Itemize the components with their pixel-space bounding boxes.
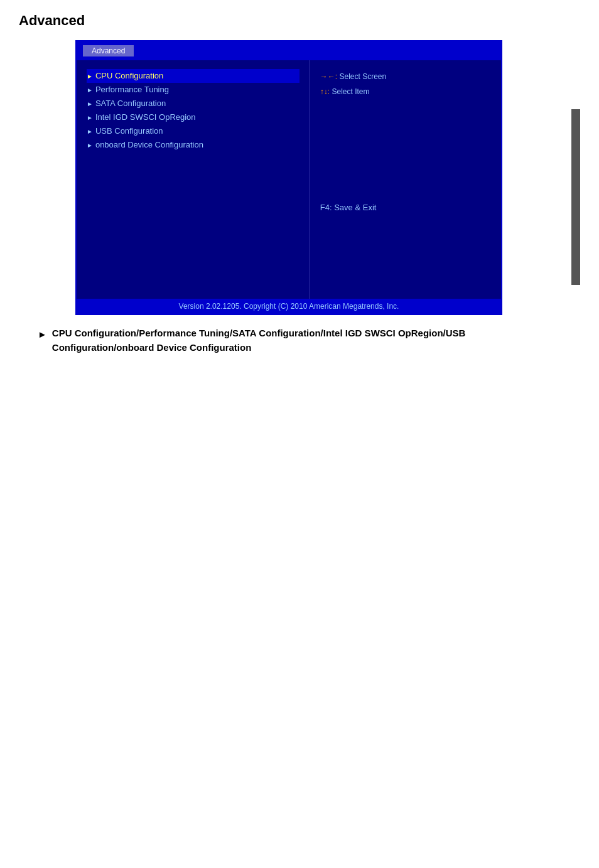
bios-menu-item-5[interactable]: ►onboard Device Configuration	[87, 138, 300, 152]
hint-line-0: →←: Select Screen	[320, 69, 491, 84]
bios-menu-item-3[interactable]: ►Intel IGD SWSCI OpRegion	[87, 110, 300, 124]
hint-value-1: Select Item	[332, 87, 369, 96]
hint-value-0: Select Screen	[339, 72, 386, 81]
bios-menu-item-1[interactable]: ►Performance Tuning	[87, 83, 300, 97]
bios-header: Advanced	[77, 41, 501, 60]
bios-left-panel: ►CPU Configuration►Performance Tuning►SA…	[77, 60, 310, 299]
menu-arrow-icon: ►	[87, 140, 93, 151]
menu-item-label: USB Configuration	[95, 124, 163, 138]
bios-right-panel: →←: Select Screen↑↓: Select Item F4: Sav…	[310, 60, 501, 299]
menu-item-label: SATA Configuration	[95, 97, 166, 110]
menu-item-label: onboard Device Configuration	[95, 138, 203, 152]
menu-arrow-icon: ►	[87, 85, 93, 95]
bios-header-tab: Advanced	[83, 45, 134, 56]
page-title: Advanced	[19, 13, 580, 29]
hint-line-1: ↑↓: Select Item	[320, 84, 491, 99]
save-exit-section: F4: Save & Exit	[320, 203, 491, 212]
menu-item-label: Performance Tuning	[95, 83, 169, 97]
description-item: ► CPU Configuration/Performance Tuning/S…	[38, 326, 477, 355]
hint-key-0: →←:	[320, 72, 337, 81]
menu-item-label: Intel IGD SWSCI OpRegion	[95, 110, 196, 124]
right-tab-bar	[571, 109, 580, 285]
hints-section: →←: Select Screen↑↓: Select Item	[320, 69, 491, 99]
bios-container: Advanced ►CPU Configuration►Performance …	[75, 40, 502, 315]
menu-arrow-icon: ►	[87, 112, 93, 123]
hint-key-1: ↑↓:	[320, 87, 330, 96]
bios-footer: Version 2.02.1205. Copyright (C) 2010 Am…	[77, 299, 501, 314]
bios-menu-item-0[interactable]: ►CPU Configuration	[87, 69, 300, 83]
description-bullet-arrow: ►	[38, 328, 47, 342]
bios-menu-item-4[interactable]: ►USB Configuration	[87, 124, 300, 138]
bios-menu-item-2[interactable]: ►SATA Configuration	[87, 97, 300, 110]
description-text: CPU Configuration/Performance Tuning/SAT…	[52, 326, 477, 355]
menu-arrow-icon: ►	[87, 126, 93, 137]
menu-arrow-icon: ►	[87, 71, 93, 82]
menu-item-label: CPU Configuration	[95, 69, 163, 83]
menu-arrow-icon: ►	[87, 99, 93, 109]
